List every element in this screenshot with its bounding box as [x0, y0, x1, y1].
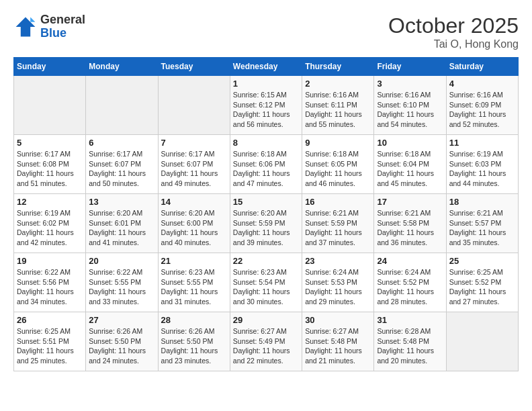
calendar-cell: 31Sunrise: 6:28 AM Sunset: 5:48 PM Dayli… — [374, 312, 446, 371]
day-detail: Sunrise: 6:20 AM Sunset: 6:00 PM Dayligh… — [161, 208, 227, 248]
day-number: 27 — [89, 315, 154, 325]
calendar-cell: 28Sunrise: 6:26 AM Sunset: 5:50 PM Dayli… — [158, 312, 230, 371]
day-detail: Sunrise: 6:20 AM Sunset: 5:59 PM Dayligh… — [233, 208, 299, 248]
calendar-cell: 1Sunrise: 6:15 AM Sunset: 6:12 PM Daylig… — [230, 76, 302, 135]
day-number: 17 — [377, 197, 443, 207]
day-number: 16 — [305, 197, 371, 207]
day-detail: Sunrise: 6:26 AM Sunset: 5:50 PM Dayligh… — [89, 326, 154, 366]
calendar-cell: 2Sunrise: 6:16 AM Sunset: 6:11 PM Daylig… — [302, 76, 374, 135]
calendar-cell: 11Sunrise: 6:19 AM Sunset: 6:03 PM Dayli… — [446, 135, 518, 194]
header-day-tuesday: Tuesday — [158, 58, 230, 76]
day-number: 24 — [377, 256, 443, 266]
calendar-cell: 22Sunrise: 6:23 AM Sunset: 5:54 PM Dayli… — [230, 253, 302, 312]
calendar-cell — [446, 312, 518, 371]
day-number: 6 — [89, 138, 154, 148]
day-number: 12 — [17, 197, 83, 207]
header-day-saturday: Saturday — [446, 58, 518, 76]
day-number: 31 — [377, 315, 443, 325]
calendar-cell: 15Sunrise: 6:20 AM Sunset: 5:59 PM Dayli… — [230, 194, 302, 253]
calendar-cell: 9Sunrise: 6:18 AM Sunset: 6:05 PM Daylig… — [302, 135, 374, 194]
month-year-title: October 2025 — [388, 13, 519, 38]
day-detail: Sunrise: 6:25 AM Sunset: 5:52 PM Dayligh… — [449, 267, 515, 307]
calendar-cell: 27Sunrise: 6:26 AM Sunset: 5:50 PM Dayli… — [86, 312, 158, 371]
week-row-4: 19Sunrise: 6:22 AM Sunset: 5:56 PM Dayli… — [14, 253, 519, 312]
calendar-cell: 3Sunrise: 6:16 AM Sunset: 6:10 PM Daylig… — [374, 76, 446, 135]
day-detail: Sunrise: 6:17 AM Sunset: 6:07 PM Dayligh… — [161, 149, 227, 189]
week-row-3: 12Sunrise: 6:19 AM Sunset: 6:02 PM Dayli… — [14, 194, 519, 253]
day-number: 26 — [17, 315, 83, 325]
day-number: 10 — [377, 138, 443, 148]
day-detail: Sunrise: 6:27 AM Sunset: 5:49 PM Dayligh… — [233, 326, 299, 366]
calendar-cell: 19Sunrise: 6:22 AM Sunset: 5:56 PM Dayli… — [14, 253, 86, 312]
day-number: 18 — [449, 197, 515, 207]
calendar-cell: 17Sunrise: 6:21 AM Sunset: 5:58 PM Dayli… — [374, 194, 446, 253]
day-number: 25 — [449, 256, 515, 266]
day-detail: Sunrise: 6:24 AM Sunset: 5:52 PM Dayligh… — [377, 267, 443, 307]
week-row-1: 1Sunrise: 6:15 AM Sunset: 6:12 PM Daylig… — [14, 76, 519, 135]
day-detail: Sunrise: 6:19 AM Sunset: 6:02 PM Dayligh… — [17, 208, 83, 248]
day-number: 20 — [89, 256, 154, 266]
calendar-cell — [14, 76, 86, 135]
calendar-cell: 14Sunrise: 6:20 AM Sunset: 6:00 PM Dayli… — [158, 194, 230, 253]
calendar-cell: 4Sunrise: 6:16 AM Sunset: 6:09 PM Daylig… — [446, 76, 518, 135]
day-detail: Sunrise: 6:18 AM Sunset: 6:04 PM Dayligh… — [377, 149, 443, 189]
calendar-cell — [86, 76, 158, 135]
location-title: Tai O, Hong Kong — [388, 38, 519, 50]
header-day-friday: Friday — [374, 58, 446, 76]
day-detail: Sunrise: 6:16 AM Sunset: 6:11 PM Dayligh… — [305, 90, 371, 130]
day-number: 7 — [161, 138, 227, 148]
day-number: 15 — [233, 197, 299, 207]
day-number: 21 — [161, 256, 227, 266]
day-detail: Sunrise: 6:22 AM Sunset: 5:56 PM Dayligh… — [17, 267, 83, 307]
day-detail: Sunrise: 6:19 AM Sunset: 6:03 PM Dayligh… — [449, 149, 515, 189]
calendar-table: SundayMondayTuesdayWednesdayThursdayFrid… — [13, 57, 519, 371]
calendar-cell: 13Sunrise: 6:20 AM Sunset: 6:01 PM Dayli… — [86, 194, 158, 253]
calendar-cell: 21Sunrise: 6:23 AM Sunset: 5:55 PM Dayli… — [158, 253, 230, 312]
calendar-cell: 6Sunrise: 6:17 AM Sunset: 6:07 PM Daylig… — [86, 135, 158, 194]
day-number: 19 — [17, 256, 83, 266]
calendar-cell: 18Sunrise: 6:21 AM Sunset: 5:57 PM Dayli… — [446, 194, 518, 253]
logo: General Blue — [13, 13, 85, 40]
day-detail: Sunrise: 6:21 AM Sunset: 5:59 PM Dayligh… — [305, 208, 371, 248]
day-number: 30 — [305, 315, 371, 325]
day-number: 9 — [305, 138, 371, 148]
calendar-cell: 20Sunrise: 6:22 AM Sunset: 5:55 PM Dayli… — [86, 253, 158, 312]
svg-marker-1 — [30, 17, 35, 21]
header-row: SundayMondayTuesdayWednesdayThursdayFrid… — [14, 58, 519, 76]
header-day-sunday: Sunday — [14, 58, 86, 76]
calendar-cell: 26Sunrise: 6:25 AM Sunset: 5:51 PM Dayli… — [14, 312, 86, 371]
day-detail: Sunrise: 6:23 AM Sunset: 5:54 PM Dayligh… — [233, 267, 299, 307]
day-detail: Sunrise: 6:28 AM Sunset: 5:48 PM Dayligh… — [377, 326, 443, 366]
day-detail: Sunrise: 6:24 AM Sunset: 5:53 PM Dayligh… — [305, 267, 371, 307]
header-day-wednesday: Wednesday — [230, 58, 302, 76]
day-number: 23 — [305, 256, 371, 266]
calendar-cell: 24Sunrise: 6:24 AM Sunset: 5:52 PM Dayli… — [374, 253, 446, 312]
calendar-cell: 12Sunrise: 6:19 AM Sunset: 6:02 PM Dayli… — [14, 194, 86, 253]
day-number: 8 — [233, 138, 299, 148]
day-detail: Sunrise: 6:20 AM Sunset: 6:01 PM Dayligh… — [89, 208, 154, 248]
calendar-cell: 8Sunrise: 6:18 AM Sunset: 6:06 PM Daylig… — [230, 135, 302, 194]
calendar-cell: 7Sunrise: 6:17 AM Sunset: 6:07 PM Daylig… — [158, 135, 230, 194]
week-row-5: 26Sunrise: 6:25 AM Sunset: 5:51 PM Dayli… — [14, 312, 519, 371]
calendar-cell: 5Sunrise: 6:17 AM Sunset: 6:08 PM Daylig… — [14, 135, 86, 194]
week-row-2: 5Sunrise: 6:17 AM Sunset: 6:08 PM Daylig… — [14, 135, 519, 194]
day-number: 3 — [377, 79, 443, 89]
day-detail: Sunrise: 6:16 AM Sunset: 6:10 PM Dayligh… — [377, 90, 443, 130]
header-day-thursday: Thursday — [302, 58, 374, 76]
calendar-cell: 30Sunrise: 6:27 AM Sunset: 5:48 PM Dayli… — [302, 312, 374, 371]
header-day-monday: Monday — [86, 58, 158, 76]
calendar-cell: 23Sunrise: 6:24 AM Sunset: 5:53 PM Dayli… — [302, 253, 374, 312]
day-number: 14 — [161, 197, 227, 207]
title-block: October 2025 Tai O, Hong Kong — [388, 13, 519, 50]
day-detail: Sunrise: 6:16 AM Sunset: 6:09 PM Dayligh… — [449, 90, 515, 130]
day-detail: Sunrise: 6:18 AM Sunset: 6:05 PM Dayligh… — [305, 149, 371, 189]
day-detail: Sunrise: 6:25 AM Sunset: 5:51 PM Dayligh… — [17, 326, 83, 366]
day-detail: Sunrise: 6:23 AM Sunset: 5:55 PM Dayligh… — [161, 267, 227, 307]
day-detail: Sunrise: 6:17 AM Sunset: 6:08 PM Dayligh… — [17, 149, 83, 189]
day-number: 13 — [89, 197, 154, 207]
day-number: 1 — [233, 79, 299, 89]
day-number: 11 — [449, 138, 515, 148]
calendar-cell: 25Sunrise: 6:25 AM Sunset: 5:52 PM Dayli… — [446, 253, 518, 312]
day-detail: Sunrise: 6:21 AM Sunset: 5:57 PM Dayligh… — [449, 208, 515, 248]
day-number: 4 — [449, 79, 515, 89]
